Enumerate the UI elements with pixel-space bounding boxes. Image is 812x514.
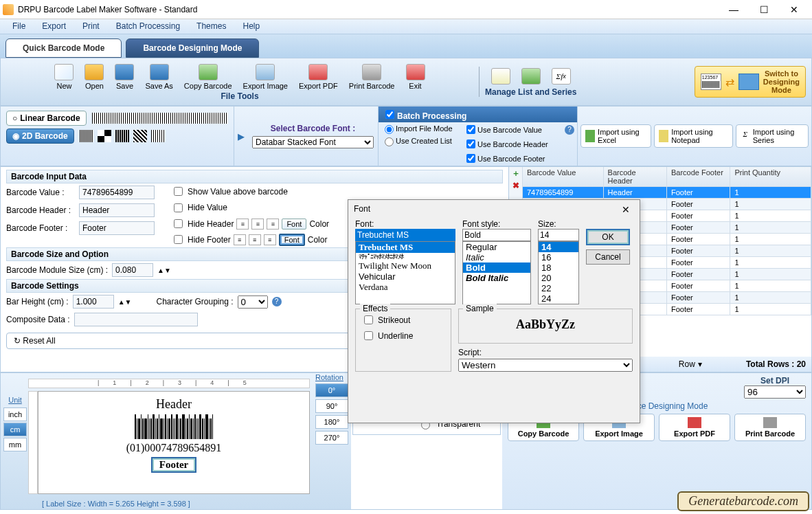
font-style-input[interactable] xyxy=(462,229,531,241)
unit-cm[interactable]: cm xyxy=(3,423,27,436)
menu-batch[interactable]: Batch Processing xyxy=(108,19,188,34)
strikeout-check[interactable] xyxy=(364,315,373,324)
print-barcode-button[interactable]: Print Barcode xyxy=(343,63,401,91)
unit-mm[interactable]: mm xyxy=(3,438,27,451)
close-button[interactable]: ✕ xyxy=(779,0,809,19)
use-value-check[interactable] xyxy=(466,125,475,134)
export-pdf-button[interactable]: Export PDF xyxy=(293,63,343,91)
manage-list-label: Manage List and Series xyxy=(485,87,576,97)
selection-bar: ○Linear Barcode ◉2D Barcode ▸ Select Bar… xyxy=(0,106,812,166)
2d-barcode-radio[interactable]: ◉2D Barcode xyxy=(6,128,74,144)
font-ok-button[interactable]: OK xyxy=(586,229,630,245)
barcode-font-select[interactable]: Databar Stacked Font xyxy=(252,136,374,148)
align-center2-icon[interactable]: ≡ xyxy=(249,234,261,245)
align-left-icon[interactable]: ≡ xyxy=(236,219,249,230)
tab-design[interactable]: Barcode Designing Mode xyxy=(126,38,259,58)
use-header-check[interactable] xyxy=(466,139,475,148)
app-title: DRPU Barcode Label Maker Software - Stan… xyxy=(18,5,719,14)
font-dialog: Font✕ Font: Trebuchet MS ﾏﾃｬﾟﾆﾏｬﾎﾏﾒﾎﾆﾎﾏﾒ… xyxy=(348,199,640,423)
import-notepad-button[interactable]: Import using Notepad xyxy=(654,124,733,148)
unit-inch[interactable]: inch xyxy=(3,407,27,421)
script-select[interactable]: Western xyxy=(458,359,633,372)
label-size-text: [ Label Size : Width = 5.265 Height = 3.… xyxy=(42,500,190,508)
use-footer-check[interactable] xyxy=(466,154,475,163)
import-excel-button[interactable]: Import using Excel xyxy=(580,124,651,148)
help-icon[interactable]: ? xyxy=(272,297,282,306)
import-file-radio[interactable] xyxy=(385,125,394,134)
underline-check[interactable] xyxy=(364,331,373,340)
batch-checkbox[interactable] xyxy=(385,110,394,119)
hide-header-check[interactable] xyxy=(174,219,183,228)
size-list[interactable]: 14 1618 2022 2426 xyxy=(538,241,579,304)
align-center-icon[interactable]: ≡ xyxy=(251,219,264,230)
save-button[interactable]: Save xyxy=(109,63,139,91)
font-list[interactable]: Trebuchet MS ﾏﾃｬﾟﾆﾏｬﾎﾏﾒﾎﾆﾎﾏﾒﾎ Twilight N… xyxy=(355,241,455,304)
help-icon[interactable]: ? xyxy=(565,125,574,135)
menu-themes[interactable]: Themes xyxy=(188,19,234,34)
font-name-input[interactable] xyxy=(355,229,455,241)
rot-0[interactable]: 0° xyxy=(315,383,348,397)
app-icon xyxy=(3,4,14,15)
module-size-input[interactable] xyxy=(112,263,153,277)
series-list-button[interactable]: Σfx xyxy=(546,67,576,87)
print-barcode-action[interactable]: Print Barcode xyxy=(734,414,806,441)
remove-row-button[interactable]: ✖ xyxy=(509,179,522,192)
hide-value-check[interactable] xyxy=(174,203,183,212)
arrow-right-icon: ▸ xyxy=(234,107,248,166)
tab-quick[interactable]: Quick Barcode Mode xyxy=(5,38,122,58)
align-right2-icon[interactable]: ≡ xyxy=(264,234,276,245)
hide-footer-check[interactable] xyxy=(174,235,183,244)
edit-list-button[interactable] xyxy=(486,67,516,87)
file-tools-label: File Tools xyxy=(221,91,258,101)
barcode-footer-input[interactable] xyxy=(79,221,155,235)
font-header-button[interactable]: Font xyxy=(282,219,306,230)
rot-90[interactable]: 90° xyxy=(315,399,348,413)
export-pdf-action[interactable]: Export PDF xyxy=(659,414,730,441)
export-image-button[interactable]: Export Image xyxy=(238,63,293,91)
new-button[interactable]: New xyxy=(49,63,79,91)
titlebar: DRPU Barcode Label Maker Software - Stan… xyxy=(0,0,812,19)
copy-barcode-button[interactable]: Copy Barcode xyxy=(179,63,238,91)
barcode-value-input[interactable] xyxy=(79,186,155,199)
font-dialog-title: Font xyxy=(354,204,618,215)
font-footer-button[interactable]: Font xyxy=(279,234,305,246)
excel-list-button[interactable] xyxy=(516,67,546,87)
bar-height-input[interactable] xyxy=(73,295,114,309)
exit-button[interactable]: Exit xyxy=(401,63,431,91)
align-left2-icon[interactable]: ≡ xyxy=(234,234,246,245)
rot-270[interactable]: 270° xyxy=(315,431,348,445)
minimize-button[interactable]: — xyxy=(719,0,749,19)
char-group-select[interactable]: 0 xyxy=(238,295,268,309)
rot-180[interactable]: 180° xyxy=(315,415,348,429)
composite-input[interactable] xyxy=(74,313,198,326)
align-right-icon[interactable]: ≡ xyxy=(267,219,279,230)
dpi-select[interactable]: 96 xyxy=(744,386,806,399)
table-row[interactable]: 74789654899HeaderFooter1 xyxy=(523,187,811,199)
use-created-radio[interactable] xyxy=(385,137,394,146)
font-size-input[interactable] xyxy=(538,229,579,241)
input-section-header: Barcode Input Data xyxy=(6,170,503,183)
font-sample: AaBbYyZz xyxy=(464,312,627,337)
import-series-button[interactable]: ΣImport using Series xyxy=(736,124,809,148)
saveas-button[interactable]: Save As xyxy=(139,63,178,91)
batch-processing-header: Batch Processing xyxy=(379,107,577,122)
menu-print[interactable]: Print xyxy=(74,19,108,34)
menu-help[interactable]: Help xyxy=(234,19,268,34)
barcode-header-input[interactable] xyxy=(79,203,155,217)
maximize-button[interactable]: ☐ xyxy=(749,0,779,19)
linear-barcode-radio[interactable]: ○Linear Barcode xyxy=(6,111,87,126)
dpi-header: Set DPI xyxy=(744,376,806,386)
font-dialog-close[interactable]: ✕ xyxy=(618,204,634,215)
menu-file[interactable]: File xyxy=(4,19,34,34)
unit-label: Unit xyxy=(3,394,27,406)
switch-mode-button[interactable]: 123567 ⇄ Switch toDesigningMode xyxy=(695,66,806,98)
show-above-check[interactable] xyxy=(174,187,183,196)
add-row-button[interactable]: ＋ xyxy=(509,167,522,179)
font-cancel-button[interactable]: Cancel xyxy=(586,249,630,265)
menu-export[interactable]: Export xyxy=(34,19,74,34)
style-list[interactable]: Regular Italic Bold Bold Italic xyxy=(462,241,531,304)
open-button[interactable]: Open xyxy=(79,63,109,91)
preview-code: (01)00074789654891 xyxy=(52,442,295,454)
total-rows-label: Total Rows : 20 xyxy=(746,359,806,369)
menubar: File Export Print Batch Processing Theme… xyxy=(0,19,812,34)
